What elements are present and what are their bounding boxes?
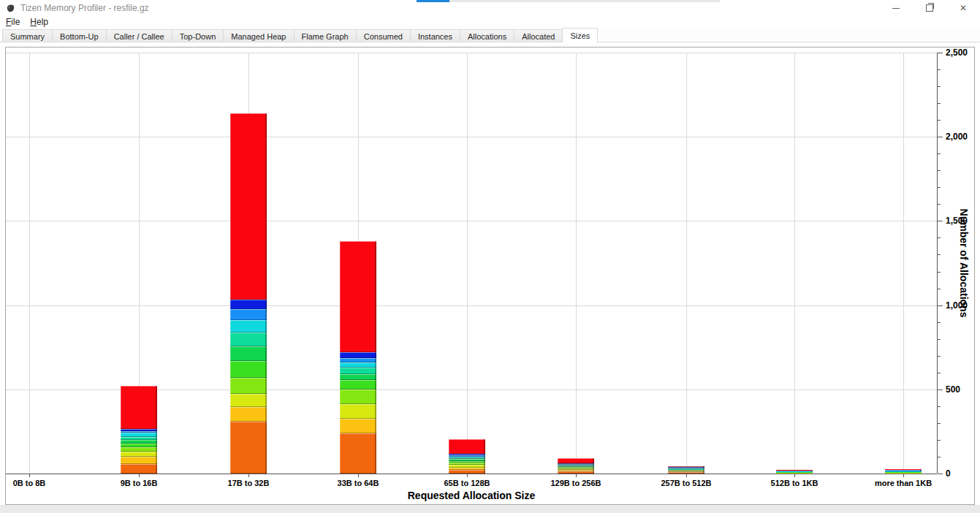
gridline-horizontal xyxy=(6,53,937,53)
bar-segment-yellow xyxy=(449,465,485,468)
y-axis-minor-tick xyxy=(938,238,941,238)
bar-segment-orange xyxy=(668,472,704,474)
bar-segment-green xyxy=(230,346,267,361)
bar-segment-yellow xyxy=(668,471,704,471)
tab-managed-heap[interactable]: Managed Heap xyxy=(223,29,294,42)
gridline-vertical xyxy=(686,53,687,474)
tab-caller-callee[interactable]: Caller / Callee xyxy=(106,29,172,42)
bar-segment-yellow-green xyxy=(558,468,594,468)
chart-panel: Requested Allocation Size Number of Allo… xyxy=(5,47,975,505)
x-axis-tick xyxy=(903,474,904,477)
y-axis-major-tick xyxy=(938,474,943,474)
x-axis-tick xyxy=(358,474,359,477)
y-axis-tick-label: 500 xyxy=(946,384,960,395)
bar-segment-blue xyxy=(230,300,267,309)
bar-segment-light-green xyxy=(121,444,157,447)
y-axis-major-tick xyxy=(938,305,943,306)
gridline-vertical xyxy=(576,53,577,474)
menu-help[interactable]: Help xyxy=(26,17,53,27)
restore-button[interactable] xyxy=(913,0,946,16)
bar-segment-green xyxy=(668,469,704,470)
window-bottom-edge xyxy=(0,505,980,513)
y-axis-minor-tick xyxy=(938,153,941,154)
bar-segment-blue xyxy=(776,470,813,471)
x-axis-category-label: 65B to 128B xyxy=(412,479,522,487)
bar-segment-spring-green xyxy=(449,458,485,459)
gridline-vertical xyxy=(903,53,904,474)
bar-segment-dodger-blue xyxy=(230,309,267,320)
y-axis-major-tick xyxy=(938,221,943,221)
gridline-horizontal xyxy=(6,221,937,221)
y-axis-minor-tick xyxy=(938,204,941,205)
bar-segment-yellow xyxy=(558,469,594,470)
bar-segment-light-green xyxy=(449,461,485,463)
y-axis-minor-tick xyxy=(938,373,941,373)
menu-file[interactable]: File xyxy=(1,17,24,27)
gridline-horizontal xyxy=(6,137,937,137)
y-axis-minor-tick xyxy=(938,69,941,70)
x-axis-category-label: 512B to 1KB xyxy=(740,479,849,487)
x-axis-tick xyxy=(686,474,687,477)
bar-segment-light-green xyxy=(668,469,704,470)
y-axis-major-tick xyxy=(938,390,943,390)
y-axis-minor-tick xyxy=(938,170,941,171)
bar-segment-yellow-green xyxy=(230,378,267,394)
bar-segment-yellow-green xyxy=(340,390,376,404)
y-axis-minor-tick xyxy=(938,254,941,255)
bar-segment-gold xyxy=(449,468,485,470)
x-axis-title: Requested Allocation Size xyxy=(6,490,937,501)
y-axis-minor-tick xyxy=(938,272,941,273)
bar-segment-red xyxy=(558,458,594,463)
y-axis-tick-label: 1,000 xyxy=(946,300,968,311)
x-axis-tick xyxy=(576,474,577,477)
x-axis-tick xyxy=(139,474,140,477)
bar-segment-gold xyxy=(121,457,157,464)
bar-segment-dodger-blue xyxy=(121,431,157,433)
y-axis-minor-tick xyxy=(938,322,941,323)
gridline-vertical xyxy=(467,53,468,474)
bar-segment-dodger-blue xyxy=(776,471,813,471)
close-button[interactable]: ✕ xyxy=(946,0,980,16)
close-icon: ✕ xyxy=(960,4,967,12)
bar-segment-spring-green xyxy=(230,332,267,346)
screen-edge-artifact-blue xyxy=(417,0,449,2)
tab-sizes[interactable]: Sizes xyxy=(562,28,598,42)
bar-segment-spring-green xyxy=(558,466,594,466)
minimize-button[interactable] xyxy=(879,0,913,16)
bar-segment-cyan xyxy=(449,457,485,458)
y-axis-line xyxy=(937,53,938,474)
tab-summary[interactable]: Summary xyxy=(2,29,53,42)
bar-segment-gold xyxy=(340,419,376,433)
bar-segment-cyan xyxy=(340,362,376,368)
y-axis-minor-tick xyxy=(938,457,941,457)
window-controls: ✕ xyxy=(879,0,980,16)
bar-segment-blue xyxy=(885,469,922,470)
tab-instances[interactable]: Instances xyxy=(410,29,460,42)
y-axis-tick-label: 1,500 xyxy=(946,216,968,226)
y-axis-tick-label: 2,000 xyxy=(946,132,968,142)
bar-segment-green xyxy=(449,459,485,461)
bar-segment-cyan xyxy=(121,433,157,436)
bar-segment-yellow xyxy=(340,404,376,419)
screen-edge-artifact-gray xyxy=(449,0,720,2)
bar-segment-blue xyxy=(449,454,485,455)
tab-allocated[interactable]: Allocated xyxy=(514,29,563,42)
y-axis-minor-tick xyxy=(938,86,941,87)
bar-segment-orange xyxy=(885,473,922,474)
x-axis-line xyxy=(6,474,937,474)
bar-segment-dodger-blue xyxy=(668,468,704,468)
x-axis-category-label: 33B to 64B xyxy=(303,479,413,487)
bar-segment-dodger-blue xyxy=(558,464,594,465)
tab-top-down[interactable]: Top-Down xyxy=(172,29,224,42)
tab-allocations[interactable]: Allocations xyxy=(460,29,514,42)
tab-flame-graph[interactable]: Flame Graph xyxy=(294,29,357,42)
tab-bottom-up[interactable]: Bottom-Up xyxy=(52,29,107,42)
bar-segment-blue xyxy=(558,463,594,464)
bar-segment-orange xyxy=(558,471,594,474)
bar-segment-yellow xyxy=(121,452,157,457)
bar-segment-spring-green xyxy=(121,437,157,441)
bar-segment-yellow-green xyxy=(449,463,485,465)
y-axis-minor-tick xyxy=(938,187,941,188)
bar-segment-yellow xyxy=(230,394,267,407)
tab-consumed[interactable]: Consumed xyxy=(356,29,411,42)
